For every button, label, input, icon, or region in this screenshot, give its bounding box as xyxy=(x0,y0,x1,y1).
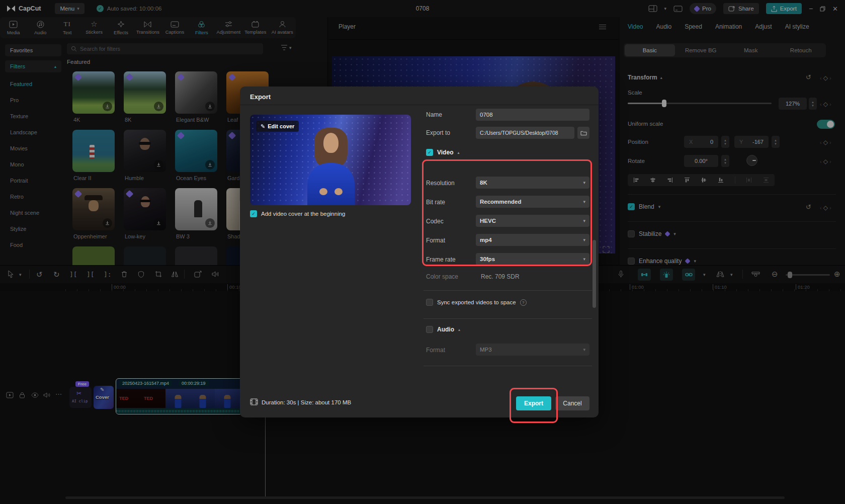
cover-preview[interactable]: ✎Edit cover xyxy=(250,115,411,205)
tab-templates[interactable]: Templates xyxy=(242,17,269,38)
zoom-slider-handle[interactable] xyxy=(788,272,792,278)
keyframe-diamond-icon[interactable]: ◇ xyxy=(823,139,828,146)
subtab-remove-bg[interactable]: Remove BG xyxy=(676,43,726,57)
edit-cover-button[interactable]: ✎Edit cover xyxy=(256,121,299,132)
next-keyframe-icon[interactable]: › xyxy=(829,139,831,145)
auto-snap-button[interactable] xyxy=(660,269,673,281)
select-tool-icon[interactable] xyxy=(7,270,14,278)
sidebar-item-retro[interactable]: Retro xyxy=(10,194,24,200)
download-icon[interactable] xyxy=(205,218,215,228)
tab-ai-avatars[interactable]: AI avatars xyxy=(269,17,296,38)
collapse-up-icon[interactable]: ▴ xyxy=(457,150,459,155)
track-more-icon[interactable]: ⋯ xyxy=(55,390,62,398)
tab-speed[interactable]: Speed xyxy=(685,23,702,30)
rotate-keyframe-control[interactable]: ‹◇› xyxy=(820,158,831,165)
rotate-input[interactable]: 0.00° xyxy=(684,155,718,167)
filter-card-partial[interactable] xyxy=(124,246,166,265)
sidebar-item-texture[interactable]: Texture xyxy=(10,113,28,119)
step-down-icon[interactable]: ▼ xyxy=(724,161,727,164)
chevron-down-icon[interactable]: ▾ xyxy=(673,231,676,236)
export-button-top[interactable]: Export xyxy=(766,3,802,14)
player-menu-icon[interactable] xyxy=(599,24,607,30)
filter-card-elegant-bw[interactable] xyxy=(175,71,217,114)
align-right-icon[interactable] xyxy=(667,177,673,183)
scale-value[interactable]: 127% xyxy=(779,98,807,110)
redo-icon[interactable]: ↻ xyxy=(53,270,60,279)
collapse-up-icon[interactable]: ▴ xyxy=(660,75,662,80)
subtab-mask[interactable]: Mask xyxy=(726,43,776,57)
subtab-basic[interactable]: Basic xyxy=(625,44,675,56)
extract-frame-icon[interactable] xyxy=(194,271,202,278)
next-keyframe-icon[interactable]: › xyxy=(829,158,831,164)
name-input[interactable]: 0708 xyxy=(476,109,589,121)
search-input[interactable]: Search for filters xyxy=(67,43,263,54)
codec-select[interactable]: HEVC▾ xyxy=(476,215,589,227)
tab-ai-stylize[interactable]: AI stylize xyxy=(785,23,809,30)
split-left-icon[interactable]: ][ xyxy=(87,271,95,278)
mirror-icon[interactable] xyxy=(171,271,179,278)
tab-text[interactable]: TIText xyxy=(54,17,80,38)
filter-card-partial[interactable] xyxy=(72,246,115,265)
step-up-icon[interactable]: ▲ xyxy=(724,158,727,161)
tab-captions[interactable]: Captions xyxy=(161,17,188,38)
video-section-checkbox[interactable]: ✓ xyxy=(426,149,433,156)
extract-audio-icon[interactable] xyxy=(211,271,219,278)
filter-sort-button[interactable]: ▾ xyxy=(281,44,292,51)
tab-adjustment[interactable]: Adjustment xyxy=(215,17,242,38)
download-icon[interactable] xyxy=(205,102,215,111)
sidebar-item-pro[interactable]: Pro xyxy=(10,97,19,103)
link-chevron-icon[interactable]: ▾ xyxy=(703,272,706,277)
help-icon[interactable]: ? xyxy=(520,299,527,306)
filter-card-humble[interactable] xyxy=(124,130,166,172)
undo-icon[interactable]: ↺ xyxy=(36,270,43,279)
download-icon[interactable] xyxy=(205,160,215,170)
fullscreen-icon[interactable] xyxy=(603,246,610,253)
position-x-stepper[interactable]: ▲▼ xyxy=(721,136,729,148)
restore-button[interactable] xyxy=(820,6,825,12)
position-y-input[interactable]: Y-167 xyxy=(734,136,769,148)
filter-card-clear-ii[interactable] xyxy=(72,130,115,172)
transform-reset-icon[interactable]: ↺ xyxy=(806,73,811,81)
position-keyframe-control[interactable]: ‹◇› xyxy=(820,139,831,146)
preview-axis-icon[interactable] xyxy=(751,271,760,277)
filter-card-partial[interactable] xyxy=(175,246,217,265)
tab-filters[interactable]: Filters xyxy=(188,17,215,38)
scale-slider-handle[interactable] xyxy=(662,100,666,107)
split-icon[interactable]: ][ xyxy=(69,271,77,278)
cancel-button[interactable]: Cancel xyxy=(555,396,589,410)
step-down-icon[interactable]: ▼ xyxy=(774,142,777,145)
download-icon[interactable] xyxy=(103,102,112,111)
blend-keyframe-control[interactable]: ‹◇› xyxy=(820,204,831,211)
sidebar-item-stylize[interactable]: Stylize xyxy=(10,226,26,232)
export-to-input[interactable]: C:/Users/TOPGUS/Desktop/0708 xyxy=(476,127,574,139)
sidebar-item-landscape[interactable]: Landscape xyxy=(10,129,37,135)
rotate-dial[interactable] xyxy=(746,155,757,166)
flip-chevron-icon[interactable]: ▾ xyxy=(730,272,733,277)
layout-chevron-icon[interactable]: ▾ xyxy=(664,6,667,11)
scale-slider-track[interactable] xyxy=(628,103,772,104)
audio-section-checkbox[interactable] xyxy=(426,326,433,333)
download-icon[interactable] xyxy=(154,102,163,111)
uniform-scale-toggle[interactable] xyxy=(817,120,835,129)
collapse-up-icon[interactable]: ▴ xyxy=(458,327,460,332)
sidebar-item-night-scene[interactable]: Night scene xyxy=(10,210,39,216)
blend-checkbox[interactable]: ✓ xyxy=(628,203,635,210)
tab-video[interactable]: Video xyxy=(628,23,643,30)
resolution-select[interactable]: 8K▾ xyxy=(476,177,589,189)
menu-button[interactable]: Menu▾ xyxy=(55,3,84,14)
keyframe-diamond-icon[interactable]: ◇ xyxy=(823,74,828,81)
step-up-icon[interactable]: ▲ xyxy=(724,139,727,142)
filter-card-ocean-eyes[interactable] xyxy=(175,130,217,172)
next-keyframe-icon[interactable]: › xyxy=(829,75,831,81)
tab-audio-props[interactable]: Audio xyxy=(656,23,671,30)
tab-animation[interactable]: Animation xyxy=(715,23,742,30)
keyframe-diamond-icon[interactable]: ◇ xyxy=(823,204,828,211)
chevron-down-icon[interactable]: ▾ xyxy=(658,204,661,209)
prev-keyframe-icon[interactable]: ‹ xyxy=(820,205,822,211)
mask-shield-icon[interactable] xyxy=(138,271,144,278)
magnetic-snap-button[interactable] xyxy=(638,269,651,281)
subtab-retouch[interactable]: Retouch xyxy=(776,43,826,57)
filter-card-bw-3[interactable] xyxy=(175,188,217,230)
flip-tool-icon[interactable] xyxy=(716,271,724,278)
sidebar-item-food[interactable]: Food xyxy=(10,242,23,248)
